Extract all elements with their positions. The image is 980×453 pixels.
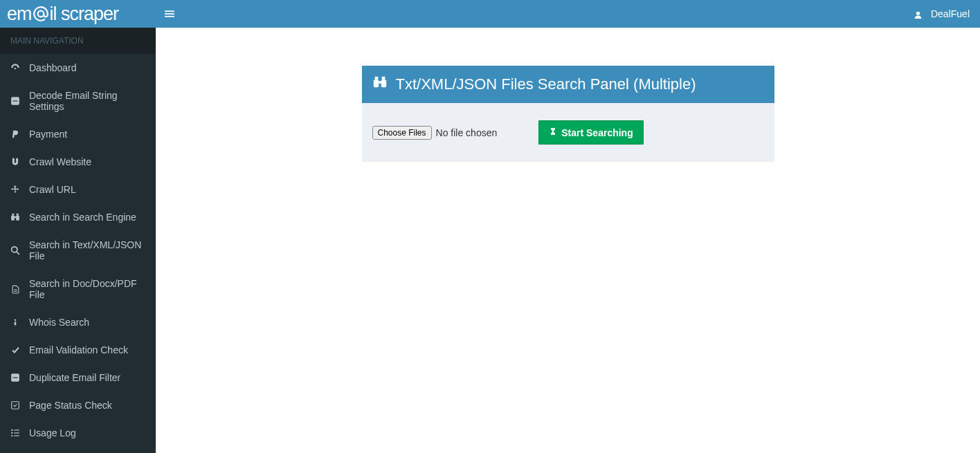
sidebar-item-page-status[interactable]: Page Status Check [0, 391, 156, 419]
sidebar-item-label: Payment [29, 129, 67, 140]
sidebar: MAIN NAVIGATION Dashboard Decode Email S… [0, 28, 156, 453]
svg-rect-3 [165, 16, 174, 17]
sidebar-item-validation[interactable]: Email Validation Check [0, 336, 156, 364]
svg-point-17 [15, 319, 17, 321]
sidebar-item-label: Search in Text/XML/JSON File [29, 239, 147, 261]
svg-point-22 [11, 429, 12, 431]
svg-point-5 [15, 68, 16, 69]
user-icon [914, 8, 923, 19]
panel-title: Txt/XML/JSON Files Search Panel (Multipl… [396, 75, 696, 93]
svg-rect-12 [17, 214, 19, 216]
svg-point-13 [12, 247, 17, 252]
svg-rect-28 [373, 80, 378, 87]
sidebar-item-payment[interactable]: Payment [0, 120, 156, 148]
sidebar-item-usage-log[interactable]: Usage Log [0, 419, 156, 447]
minus-square-icon [8, 96, 22, 106]
sidebar-item-duplicate[interactable]: Duplicate Email Filter [0, 364, 156, 391]
logo-pre: em [7, 3, 32, 25]
user-menu[interactable]: DealFuel [914, 8, 980, 19]
username-label: DealFuel [931, 8, 970, 19]
svg-point-0 [37, 11, 44, 17]
svg-rect-10 [15, 216, 16, 218]
sidebar-item-crawl-url[interactable]: Crawl URL [0, 176, 156, 203]
logo-text: em il scraper [7, 3, 118, 25]
search-panel: Txt/XML/JSON Files Search Panel (Multipl… [362, 66, 774, 162]
svg-rect-21 [12, 402, 19, 409]
sidebar-item-search-text[interactable]: Search in Text/XML/JSON File [0, 231, 156, 270]
info-icon [8, 317, 22, 328]
svg-rect-7 [13, 100, 18, 101]
at-icon [32, 5, 50, 23]
sidebar-item-label: Usage Log [29, 427, 76, 438]
svg-rect-29 [381, 80, 385, 87]
svg-rect-18 [15, 322, 17, 325]
svg-rect-9 [16, 216, 19, 221]
binoculars-icon [372, 75, 388, 94]
check-icon [8, 346, 22, 354]
paypal-icon [8, 129, 22, 140]
sidebar-item-label: Dashboard [29, 62, 77, 73]
panel-body: Choose Files No file chosen Start Search… [362, 103, 774, 162]
logo-area[interactable]: em il scraper [0, 0, 156, 28]
sidebar-item-whois[interactable]: Whois Search [0, 308, 156, 336]
sidebar-heading: MAIN NAVIGATION [0, 28, 156, 54]
sidebar-item-search-doc[interactable]: Search in Doc/Docx/PDF File [0, 270, 156, 308]
svg-point-24 [11, 432, 12, 434]
search-icon [8, 246, 22, 255]
svg-rect-1 [165, 10, 174, 12]
sidebar-item-label: Search in Doc/Docx/PDF File [29, 278, 147, 300]
arrows-icon [8, 185, 22, 194]
svg-line-14 [17, 252, 19, 255]
top-header: em il scraper DealFuel [0, 0, 980, 28]
sidebar-item-label: Whois Search [29, 317, 89, 328]
sidebar-item-search-engine[interactable]: Search in Search Engine [0, 203, 156, 231]
start-btn-label: Start Searching [561, 127, 633, 138]
sidebar-item-label: Page Status Check [29, 400, 112, 411]
svg-rect-23 [14, 429, 19, 430]
check-square-icon [8, 400, 22, 410]
svg-rect-20 [13, 377, 18, 378]
file-status-label: No file chosen [436, 127, 498, 138]
file-input-group: Choose Files No file chosen [372, 126, 498, 140]
sidebar-item-label: Crawl URL [29, 184, 76, 195]
magnet-icon [8, 157, 22, 167]
svg-point-26 [11, 435, 12, 436]
sidebar-item-label: Search in Search Engine [29, 212, 136, 223]
main-content: Txt/XML/JSON Files Search Panel (Multipl… [156, 28, 980, 453]
panel-header: Txt/XML/JSON Files Search Panel (Multipl… [362, 66, 774, 103]
hourglass-icon [549, 127, 557, 138]
start-searching-button[interactable]: Start Searching [538, 120, 643, 145]
svg-rect-25 [14, 432, 19, 433]
sidebar-item-decode-email[interactable]: Decode Email String Settings [0, 82, 156, 120]
svg-rect-2 [165, 13, 174, 15]
svg-point-4 [916, 11, 920, 15]
file-text-icon [8, 284, 22, 295]
logo-post: il scraper [50, 3, 119, 25]
sidebar-item-label: Crawl Website [29, 156, 91, 167]
svg-rect-27 [14, 436, 19, 436]
sidebar-item-label: Decode Email String Settings [29, 90, 147, 112]
hamburger-toggle[interactable] [156, 0, 183, 28]
binoculars-icon [8, 212, 22, 222]
sidebar-item-dashboard[interactable]: Dashboard [0, 54, 156, 82]
svg-rect-31 [374, 77, 378, 80]
choose-files-button[interactable]: Choose Files [372, 126, 432, 140]
svg-rect-11 [12, 214, 14, 216]
sidebar-item-crawl-website[interactable]: Crawl Website [0, 148, 156, 176]
minus-square-icon [8, 373, 22, 382]
dashboard-icon [8, 63, 22, 73]
sidebar-item-label: Email Validation Check [29, 344, 128, 355]
list-icon [8, 428, 22, 438]
svg-rect-30 [379, 81, 381, 84]
svg-rect-32 [381, 77, 385, 80]
sidebar-item-label: Duplicate Email Filter [29, 372, 120, 383]
svg-rect-8 [11, 216, 15, 221]
